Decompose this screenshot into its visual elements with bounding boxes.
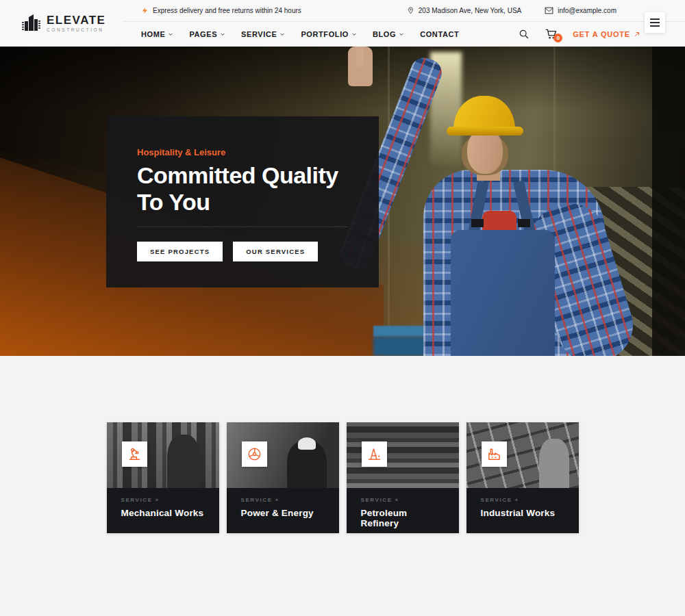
hero-buttons: SEE PROJECTS OUR SERVICES — [137, 242, 348, 261]
card-eyebrow: SERVICE + — [121, 497, 205, 503]
topbar-right: 203 Madison Ave, New York, USA info@exam… — [407, 6, 616, 15]
hero-divider — [137, 227, 348, 227]
worker-pointing-finger — [356, 47, 364, 67]
services-section: SERVICE + Mechanical Works SERVICE — [0, 356, 685, 533]
header-right: Express delivery and free returns within… — [123, 0, 685, 47]
chevron-down-icon — [220, 31, 225, 37]
nav-item-pages[interactable]: PAGES — [189, 30, 225, 38]
card-title: Mechanical Works — [121, 508, 205, 518]
nav-item-service[interactable]: SERVICE — [241, 30, 285, 38]
turbine-icon — [247, 446, 262, 462]
card-eyebrow: SERVICE + — [241, 497, 325, 503]
factory-icon — [486, 446, 502, 462]
promo-message: Express delivery and free returns within… — [141, 6, 301, 15]
email-text: info@example.com — [558, 7, 616, 14]
strap-buckle — [518, 219, 530, 227]
email-icon — [545, 7, 553, 14]
lightning-icon — [141, 6, 149, 15]
hamburger-icon — [650, 18, 660, 20]
brand-logo[interactable]: ELEVATE CONSTRUCTION — [0, 0, 123, 47]
search-icon — [519, 29, 530, 40]
chevron-down-icon — [399, 31, 404, 37]
nav-item-home[interactable]: HOME — [141, 30, 173, 38]
location-pin-icon — [407, 6, 414, 15]
card-body: SERVICE + Industrial Works — [466, 488, 579, 527]
topbar: Express delivery and free returns within… — [123, 0, 685, 22]
brand-tagline: CONSTRUCTION — [47, 28, 105, 33]
card-image — [347, 422, 459, 488]
service-card-mechanical-works[interactable]: SERVICE + Mechanical Works — [107, 422, 219, 533]
cart-count-badge: 0 — [553, 34, 562, 42]
service-card-petroleum-refinery[interactable]: SERVICE + Petroleum Refinery — [347, 422, 459, 533]
nav-actions: 0 GET A QUOTE — [519, 28, 640, 40]
address-text: 203 Madison Ave, New York, USA — [419, 7, 521, 14]
service-icon-box — [482, 441, 507, 467]
hero-content-panel: Hospitality & Leisure Committed QualityT… — [106, 116, 379, 287]
oil-refinery-icon — [366, 446, 382, 462]
card-title: Power & Energy — [241, 508, 325, 518]
menu-button[interactable] — [645, 12, 665, 33]
address-item: 203 Madison Ave, New York, USA — [407, 6, 521, 15]
card-body: SERVICE + Power & Energy — [227, 488, 339, 527]
mechanical-arm-icon — [127, 446, 142, 462]
service-icon-box — [242, 441, 267, 467]
hero-top-shade — [0, 47, 685, 112]
our-services-button[interactable]: OUR SERVICES — [233, 242, 318, 261]
service-icon-box — [122, 441, 147, 467]
nav-item-contact[interactable]: CONTACT — [420, 30, 459, 38]
card-eyebrow: SERVICE + — [481, 497, 564, 503]
cart-button[interactable]: 0 — [545, 28, 558, 40]
strap-buckle — [471, 219, 484, 227]
hard-hat-brim — [447, 127, 523, 136]
dark-pillar — [652, 47, 685, 356]
card-title: Industrial Works — [481, 508, 564, 518]
brand-text: ELEVATE CONSTRUCTION — [47, 14, 105, 33]
card-image — [107, 422, 219, 488]
nav-item-portfolio[interactable]: PORTFOLIO — [301, 30, 357, 38]
service-icon-box — [362, 441, 387, 467]
page: ELEVATE CONSTRUCTION Express delivery an… — [0, 0, 685, 616]
card-image — [227, 422, 339, 488]
service-card-power-energy[interactable]: SERVICE + Power & Energy — [227, 422, 339, 533]
chevron-down-icon — [351, 31, 357, 37]
card-image — [466, 422, 579, 488]
hero-title: Committed QualityTo You — [137, 162, 348, 216]
service-card-industrial-works[interactable]: SERVICE + Industrial Works — [466, 422, 579, 533]
get-a-quote-link[interactable]: GET A QUOTE — [573, 30, 640, 38]
worker-overalls — [451, 230, 555, 356]
logo-building-icon — [22, 13, 40, 34]
hero-section: Hospitality & Leisure Committed QualityT… — [0, 47, 685, 356]
arrow-up-right-icon — [634, 31, 640, 38]
promo-text: Express delivery and free returns within… — [153, 7, 301, 14]
brand-name: ELEVATE — [47, 14, 105, 26]
see-projects-button[interactable]: SEE PROJECTS — [137, 242, 223, 261]
nav-item-blog[interactable]: BLOG — [373, 30, 404, 38]
site-header: ELEVATE CONSTRUCTION Express delivery an… — [0, 0, 685, 47]
chevron-down-icon — [168, 31, 173, 37]
hero-tagline: Hospitality & Leisure — [137, 147, 348, 157]
main-nav: HOME PAGES SERVICE PORTFOLIO — [141, 30, 459, 38]
card-body: SERVICE + Petroleum Refinery — [347, 488, 459, 537]
card-title: Petroleum Refinery — [361, 508, 445, 528]
card-body: SERVICE + Mechanical Works — [107, 488, 219, 527]
main-nav-row: HOME PAGES SERVICE PORTFOLIO — [123, 22, 685, 46]
email-item[interactable]: info@example.com — [545, 7, 616, 14]
card-eyebrow: SERVICE + — [361, 497, 445, 503]
chevron-down-icon — [279, 31, 285, 37]
search-button[interactable] — [519, 29, 530, 40]
